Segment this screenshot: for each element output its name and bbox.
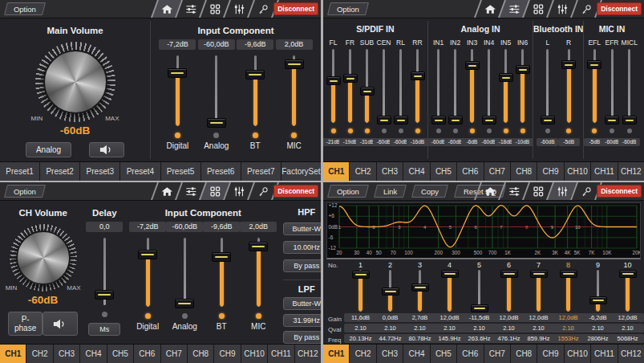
channel-tab-ch1[interactable]: CH1 bbox=[323, 345, 350, 363]
slider-handle[interactable] bbox=[249, 242, 268, 251]
slider-handle[interactable] bbox=[560, 270, 577, 278]
channel-tab-ch6[interactable]: CH6 bbox=[457, 162, 484, 181]
hpf-type-button[interactable]: Butter-W bbox=[283, 222, 321, 235]
eq-band-1-gain-slider[interactable] bbox=[353, 270, 369, 312]
in3-level-slider[interactable] bbox=[465, 49, 480, 123]
main-volume-knob[interactable]: MIN MAX bbox=[35, 42, 115, 122]
slider-handle[interactable] bbox=[411, 283, 429, 292]
disconnect-button[interactable]: Disconnect bbox=[273, 2, 318, 15]
channel-tab-ch11[interactable]: CH11 bbox=[591, 345, 618, 363]
lpf-bypass-button[interactable]: By pass bbox=[283, 331, 321, 344]
lpf-freq-button[interactable]: 31.99Hz bbox=[283, 314, 321, 327]
preset-tab-factoryset[interactable]: FactorySet bbox=[281, 162, 321, 181]
in4-level-slider[interactable] bbox=[482, 49, 496, 123]
analog-level-slider[interactable] bbox=[176, 238, 193, 307]
sub-level-slider[interactable] bbox=[360, 49, 375, 123]
eq-band-7-gain-slider[interactable] bbox=[531, 270, 547, 312]
bt-level-slider[interactable] bbox=[246, 55, 264, 126]
mute-button[interactable] bbox=[43, 312, 78, 336]
channel-tab-ch10[interactable]: CH10 bbox=[565, 162, 591, 181]
preset-tab-preset6[interactable]: Preset6 bbox=[201, 162, 241, 181]
slider-handle[interactable] bbox=[377, 116, 391, 124]
l-level-slider[interactable] bbox=[541, 49, 555, 123]
channel-tab-ch5[interactable]: CH5 bbox=[431, 345, 457, 363]
mic-level-slider[interactable] bbox=[249, 238, 267, 307]
slider-handle[interactable] bbox=[482, 116, 496, 124]
r-level-slider[interactable] bbox=[561, 49, 576, 123]
eq-band-9-gain-slider[interactable] bbox=[590, 270, 606, 312]
slider-handle[interactable] bbox=[207, 118, 226, 128]
channel-tab-ch4[interactable]: CH4 bbox=[403, 162, 430, 181]
slider-handle[interactable] bbox=[360, 87, 375, 96]
slider-handle[interactable] bbox=[589, 296, 607, 304]
channel-tab-ch4[interactable]: CH4 bbox=[80, 345, 107, 363]
slider-handle[interactable] bbox=[212, 252, 231, 262]
option-button[interactable]: Option bbox=[4, 185, 46, 198]
slider-handle[interactable] bbox=[605, 116, 619, 124]
channel-tab-ch2[interactable]: CH2 bbox=[350, 345, 376, 363]
slider-handle[interactable] bbox=[394, 116, 408, 124]
slider-handle[interactable] bbox=[465, 61, 480, 70]
option-button[interactable]: Option bbox=[327, 2, 369, 15]
slider-handle[interactable] bbox=[499, 73, 513, 82]
digital-level-slider[interactable] bbox=[139, 238, 156, 307]
channel-tab-ch8[interactable]: CH8 bbox=[511, 345, 537, 363]
eq-band-5-gain-slider[interactable] bbox=[472, 270, 488, 312]
channel-tab-ch11[interactable]: CH11 bbox=[591, 162, 618, 181]
eq-band-10-gain-slider[interactable] bbox=[620, 270, 636, 312]
bt-level-slider[interactable] bbox=[213, 238, 230, 307]
channel-tab-ch11[interactable]: CH11 bbox=[268, 345, 294, 363]
channel-tab-ch5[interactable]: CH5 bbox=[107, 345, 134, 363]
slider-handle[interactable] bbox=[541, 116, 555, 124]
preset-tab-preset5[interactable]: Preset5 bbox=[161, 162, 201, 181]
slider-handle[interactable] bbox=[587, 60, 601, 69]
disconnect-button[interactable]: Disconnect bbox=[597, 185, 642, 198]
slider-handle[interactable] bbox=[168, 68, 187, 78]
preset-tab-preset3[interactable]: Preset3 bbox=[80, 162, 120, 181]
slider-handle[interactable] bbox=[95, 290, 114, 300]
channel-tab-ch10[interactable]: CH10 bbox=[241, 345, 268, 363]
channel-tab-ch12[interactable]: CH12 bbox=[618, 345, 644, 363]
slider-handle[interactable] bbox=[619, 270, 637, 278]
rr-level-slider[interactable] bbox=[411, 49, 425, 123]
channel-tab-ch8[interactable]: CH8 bbox=[188, 345, 214, 363]
delay-slider[interactable] bbox=[95, 238, 113, 305]
option-button[interactable]: Option bbox=[4, 2, 46, 15]
efl-level-slider[interactable] bbox=[587, 49, 601, 123]
slider-handle[interactable] bbox=[245, 70, 265, 80]
channel-tab-ch2[interactable]: CH2 bbox=[350, 162, 376, 181]
eq-band-8-gain-slider[interactable] bbox=[561, 270, 577, 312]
channel-tab-ch9[interactable]: CH9 bbox=[537, 345, 564, 363]
hpf-freq-button[interactable]: 10.00Hz bbox=[283, 241, 321, 254]
channel-tab-ch4[interactable]: CH4 bbox=[403, 345, 430, 363]
eq-band-6-gain-slider[interactable] bbox=[501, 270, 517, 312]
channel-tab-ch3[interactable]: CH3 bbox=[377, 162, 403, 181]
channel-tab-ch7[interactable]: CH7 bbox=[161, 345, 188, 363]
channel-tab-ch2[interactable]: CH2 bbox=[26, 345, 53, 363]
eq-band-3-gain-slider[interactable] bbox=[412, 270, 428, 312]
channel-tab-ch3[interactable]: CH3 bbox=[377, 345, 403, 363]
preset-tab-preset4[interactable]: Preset4 bbox=[120, 162, 160, 181]
channel-tab-ch10[interactable]: CH10 bbox=[565, 345, 591, 363]
channel-tab-ch1[interactable]: CH1 bbox=[0, 345, 26, 363]
channel-tab-ch7[interactable]: CH7 bbox=[484, 345, 511, 363]
slider-handle[interactable] bbox=[441, 270, 459, 278]
channel-tab-ch6[interactable]: CH6 bbox=[134, 345, 160, 363]
channel-tab-ch3[interactable]: CH3 bbox=[54, 345, 80, 363]
slider-handle[interactable] bbox=[411, 71, 425, 80]
slider-handle[interactable] bbox=[530, 270, 548, 278]
option-button[interactable]: Option bbox=[327, 185, 369, 198]
fr-level-slider[interactable] bbox=[343, 49, 358, 123]
channel-tab-ch9[interactable]: CH9 bbox=[537, 162, 564, 181]
lpf-type-button[interactable]: Butter-W bbox=[283, 297, 321, 310]
ch-volume-knob[interactable]: MIN MAX bbox=[10, 224, 77, 292]
preset-tab-preset7[interactable]: Preset7 bbox=[241, 162, 281, 181]
slider-handle[interactable] bbox=[382, 288, 399, 296]
channel-tab-ch9[interactable]: CH9 bbox=[214, 345, 241, 363]
rl-level-slider[interactable] bbox=[394, 49, 408, 123]
slider-handle[interactable] bbox=[175, 299, 194, 308]
channel-tab-ch12[interactable]: CH12 bbox=[295, 345, 321, 363]
cen-level-slider[interactable] bbox=[377, 49, 391, 123]
fl-level-slider[interactable] bbox=[326, 49, 341, 123]
analog-level-slider[interactable] bbox=[208, 55, 225, 126]
